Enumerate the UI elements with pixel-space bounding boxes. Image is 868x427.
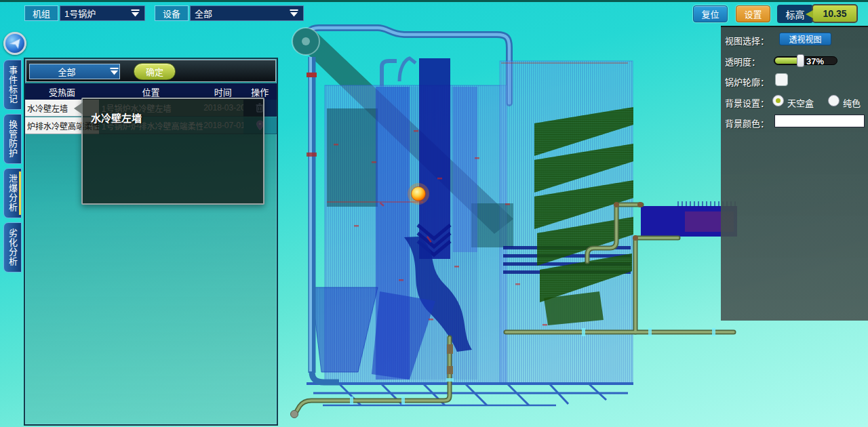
solid-color-radio-label[interactable]: 纯色 bbox=[843, 96, 861, 109]
background-setting-label: 背景设置： bbox=[725, 96, 769, 109]
settings-button[interactable]: 设置 bbox=[736, 5, 770, 22]
sidebar-tab-tube-protection[interactable]: 换管防护 bbox=[3, 114, 22, 164]
tooltip-arrow bbox=[74, 102, 83, 115]
view-select-label: 视图选择： bbox=[725, 34, 769, 47]
elevation-value: 10.35 bbox=[823, 8, 846, 19]
surface-filter-dropdown[interactable]: 全部 bbox=[29, 64, 120, 79]
background-color-label: 背景颜色： bbox=[725, 117, 769, 129]
back-button[interactable] bbox=[3, 32, 26, 55]
device-dropdown-value: 全部 bbox=[195, 7, 212, 20]
dropdown-arrow-icon bbox=[130, 9, 140, 18]
badge-notch bbox=[806, 10, 813, 18]
opacity-value: 37% bbox=[806, 56, 824, 66]
sidebar-tab-degradation-analysis[interactable]: 劣化分析 bbox=[3, 222, 22, 272]
confirm-button[interactable]: 确定 bbox=[134, 63, 176, 80]
opacity-slider[interactable]: 37% bbox=[774, 56, 837, 65]
radio-selected-dot bbox=[776, 98, 781, 103]
opacity-slider-fill bbox=[775, 58, 798, 64]
reset-button[interactable]: 复位 bbox=[693, 5, 728, 22]
device-label: 设备 bbox=[155, 5, 189, 21]
device-dropdown[interactable]: 全部 bbox=[190, 5, 304, 21]
skybox-radio-label[interactable]: 天空盒 bbox=[787, 96, 814, 109]
app-window: 机组 1号锅炉 设备 全部 复位 设置 标高 10.35 事件标记 换管防护 泄… bbox=[0, 0, 868, 427]
perspective-view-button[interactable]: 透视视图 bbox=[779, 33, 831, 45]
unit-dropdown-value: 1号锅炉 bbox=[64, 7, 96, 20]
solid-color-radio[interactable] bbox=[828, 95, 840, 106]
background-color-swatch[interactable] bbox=[774, 115, 865, 127]
dropdown-arrow-icon bbox=[109, 67, 119, 76]
opacity-slider-handle[interactable] bbox=[797, 54, 804, 67]
skybox-radio[interactable] bbox=[772, 95, 784, 106]
sidebar-tab-event-mark[interactable]: 事件标记 bbox=[3, 60, 22, 110]
event-marker-orb[interactable] bbox=[408, 183, 429, 205]
surface-tooltip: 水冷壁左墙 bbox=[81, 98, 264, 205]
boiler-outline-checkbox[interactable] bbox=[775, 73, 788, 86]
sidebar-tab-explosion-analysis[interactable]: 泄爆分析 bbox=[3, 168, 22, 218]
unit-dropdown[interactable]: 1号锅炉 bbox=[60, 5, 145, 21]
heating-surface-panel: 全部 确定 受热面 位置 时间 操作 水冷壁左墙 1号锅炉水冷壁左墙 2018-… bbox=[24, 58, 278, 426]
boiler-outline-label: 锅炉轮廓： bbox=[725, 75, 769, 88]
tooltip-text: 水冷壁左墙 bbox=[91, 110, 142, 125]
dropdown-arrow-icon bbox=[289, 9, 299, 18]
panel-filter-bar: 全部 确定 bbox=[26, 60, 276, 82]
opacity-label: 透明度： bbox=[725, 55, 760, 68]
back-arrow-icon bbox=[7, 36, 22, 51]
unit-label: 机组 bbox=[24, 5, 58, 21]
surface-filter-value: 全部 bbox=[30, 65, 104, 78]
elevation-value-badge: 10.35 bbox=[812, 4, 858, 23]
view-settings-panel: 视图选择： 透视视图 透明度： 37% 锅炉轮廓： 背景设置： 天空盒 纯色 背… bbox=[721, 26, 868, 321]
